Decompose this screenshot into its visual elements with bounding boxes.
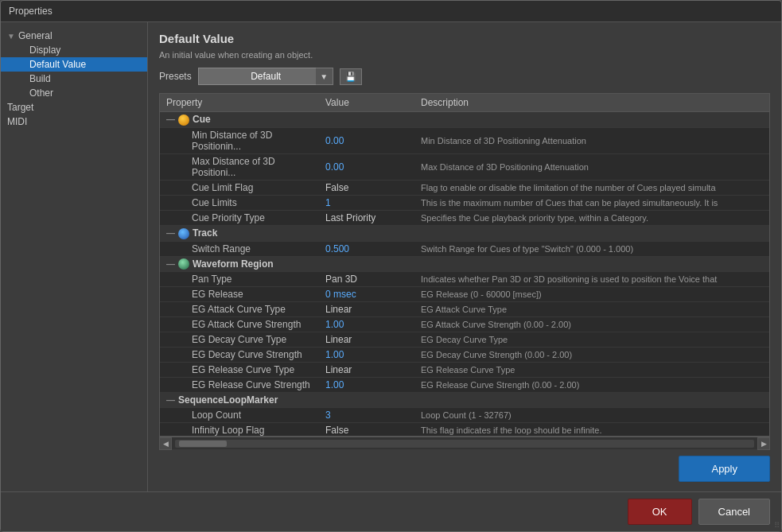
col-property: Property bbox=[160, 94, 319, 112]
property-name: Loop Count bbox=[160, 408, 319, 423]
table-section-row: —Track bbox=[160, 225, 769, 241]
table-section-row: —SequenceLoopMarker bbox=[160, 393, 769, 408]
property-name: Cue Priority Type bbox=[160, 210, 319, 225]
sidebar-item-label: Display bbox=[29, 45, 60, 56]
collapse-icon[interactable]: — bbox=[166, 395, 175, 405]
collapse-icon[interactable]: — bbox=[166, 259, 175, 269]
property-value: Pan 3D bbox=[319, 272, 414, 287]
scroll-right-button[interactable]: ▶ bbox=[757, 437, 770, 450]
sidebar-item-midi[interactable]: MIDI bbox=[1, 115, 147, 129]
property-name: EG Decay Curve Strength bbox=[160, 348, 319, 363]
property-value: Linear bbox=[319, 302, 414, 317]
table-section-row: —Waveform Region bbox=[160, 256, 769, 272]
property-description: Switch Range for Cues of type "Switch" (… bbox=[414, 241, 769, 256]
table-row[interactable]: EG Attack Curve TypeLinearEG Attack Curv… bbox=[160, 302, 769, 317]
table-row[interactable]: EG Decay Curve TypeLinearEG Decay Curve … bbox=[160, 332, 769, 348]
panel-title: Default Value bbox=[159, 32, 770, 45]
section-name: Cue bbox=[193, 114, 211, 125]
table-row[interactable]: EG Attack Curve Strength1.00EG Attack Cu… bbox=[160, 317, 769, 332]
property-name: EG Release Curve Strength bbox=[160, 378, 319, 393]
horizontal-scrollbar[interactable]: ◀ ▶ bbox=[159, 437, 770, 449]
table-row[interactable]: EG Release Curve Strength1.00EG Release … bbox=[160, 378, 769, 393]
title-bar: Properties bbox=[1, 1, 781, 22]
table-row[interactable]: Max Distance of 3D Positioni...0.00Max D… bbox=[160, 153, 769, 180]
property-description: EG Attack Curve Type bbox=[414, 302, 769, 317]
property-description: Loop Count (1 - 32767) bbox=[414, 408, 769, 423]
property-name: Cue Limits bbox=[160, 195, 319, 210]
presets-label: Presets bbox=[159, 71, 192, 82]
tree-dot-icon bbox=[18, 46, 26, 55]
table-row[interactable]: Cue Limits1This is the maximum number of… bbox=[160, 195, 769, 210]
col-description: Description bbox=[414, 94, 769, 112]
table-row[interactable]: Infinity Loop FlagFalseThis flag indicat… bbox=[160, 423, 769, 437]
property-value: 3 bbox=[319, 408, 414, 423]
main-panel: Default Value An initial value when crea… bbox=[148, 22, 781, 491]
table-row[interactable]: EG Release0 msecEG Release (0 - 60000 [m… bbox=[160, 287, 769, 302]
property-value: Linear bbox=[319, 363, 414, 378]
table-section-row: —Cue bbox=[160, 112, 769, 128]
sidebar-item-default-value[interactable]: Default Value bbox=[1, 57, 147, 72]
sidebar-item-label: MIDI bbox=[7, 116, 27, 127]
property-value: False bbox=[319, 180, 414, 195]
scrollbar-thumb[interactable] bbox=[179, 441, 227, 447]
property-description: EG Attack Curve Strength (0.00 - 2.00) bbox=[414, 317, 769, 332]
section-name: SequenceLoopMarker bbox=[178, 394, 278, 406]
table-row[interactable]: EG Release Curve TypeLinearEG Release Cu… bbox=[160, 363, 769, 378]
property-name: Min Distance of 3D Positionin... bbox=[160, 127, 319, 153]
property-value: 1.00 bbox=[319, 317, 414, 332]
property-description: EG Release Curve Type bbox=[414, 363, 769, 378]
table-row[interactable]: Pan TypePan 3DIndicates whether Pan 3D o… bbox=[160, 272, 769, 287]
cancel-button[interactable]: Cancel bbox=[698, 499, 770, 525]
ok-button[interactable]: OK bbox=[628, 499, 692, 525]
sidebar-item-build[interactable]: Build bbox=[1, 72, 147, 86]
table-row[interactable]: Min Distance of 3D Positionin...0.00Min … bbox=[160, 127, 769, 153]
sidebar: ▼General Display Default Value Build Oth… bbox=[1, 22, 148, 491]
presets-wrapper: ▼ bbox=[198, 68, 333, 85]
section-name: Track bbox=[193, 227, 217, 239]
property-value: 0.00 bbox=[319, 127, 414, 153]
sidebar-item-general[interactable]: ▼General bbox=[1, 29, 147, 43]
tree-dot-icon bbox=[18, 60, 26, 69]
preset-save-button[interactable]: 💾 bbox=[340, 68, 362, 85]
tree-dot-icon bbox=[18, 75, 26, 83]
presets-dropdown-arrow[interactable]: ▼ bbox=[316, 68, 333, 85]
dialog-title: Properties bbox=[9, 6, 53, 17]
table-row[interactable]: Loop Count3Loop Count (1 - 32767) bbox=[160, 408, 769, 423]
property-description: Max Distance of 3D Positioning Attenuati… bbox=[414, 153, 769, 180]
table-row[interactable]: Cue Limit FlagFalseFlag to enable or dis… bbox=[160, 180, 769, 195]
property-name: Max Distance of 3D Positioni... bbox=[160, 153, 319, 180]
sidebar-item-target[interactable]: Target bbox=[1, 100, 147, 115]
property-name: Cue Limit Flag bbox=[160, 180, 319, 195]
sidebar-item-label: Build bbox=[29, 73, 51, 84]
property-name: Infinity Loop Flag bbox=[160, 423, 319, 437]
table-row[interactable]: EG Decay Curve Strength1.00EG Decay Curv… bbox=[160, 348, 769, 363]
sidebar-item-label: Default Value bbox=[29, 59, 86, 70]
property-value: Linear bbox=[319, 332, 414, 348]
property-description: This flag indicates if the loop should b… bbox=[414, 423, 769, 437]
sidebar-item-label: General bbox=[18, 30, 53, 41]
table-header-row: Property Value Description bbox=[160, 94, 769, 112]
track-icon bbox=[178, 228, 189, 239]
collapse-icon[interactable]: — bbox=[166, 228, 175, 238]
property-name: Pan Type bbox=[160, 272, 319, 287]
scroll-left-button[interactable]: ◀ bbox=[159, 437, 172, 450]
property-value: Last Priority bbox=[319, 210, 414, 225]
sidebar-item-label: Target bbox=[7, 102, 33, 113]
apply-button[interactable]: Apply bbox=[679, 456, 770, 482]
resize-handle[interactable]: ⠿ bbox=[774, 521, 780, 530]
table-row[interactable]: Cue Priority TypeLast PrioritySpecifies … bbox=[160, 210, 769, 225]
section-header: —Track bbox=[160, 225, 769, 241]
collapse-icon[interactable]: — bbox=[166, 115, 175, 124]
sidebar-item-display[interactable]: Display bbox=[1, 43, 147, 57]
presets-input[interactable] bbox=[198, 68, 333, 85]
property-description: Flag to enable or disable the limitation… bbox=[414, 180, 769, 195]
sidebar-item-other[interactable]: Other bbox=[1, 86, 147, 100]
table-row[interactable]: Switch Range0.500Switch Range for Cues o… bbox=[160, 241, 769, 256]
properties-table-container[interactable]: Property Value Description —CueMin Dista… bbox=[159, 93, 770, 437]
property-description: Indicates whether Pan 3D or 3D positioni… bbox=[414, 272, 769, 287]
property-value: 0.00 bbox=[319, 153, 414, 180]
property-name: EG Release bbox=[160, 287, 319, 302]
property-name: EG Attack Curve Type bbox=[160, 302, 319, 317]
presets-row: Presets ▼ 💾 bbox=[159, 68, 770, 85]
scrollbar-track[interactable] bbox=[175, 440, 754, 448]
